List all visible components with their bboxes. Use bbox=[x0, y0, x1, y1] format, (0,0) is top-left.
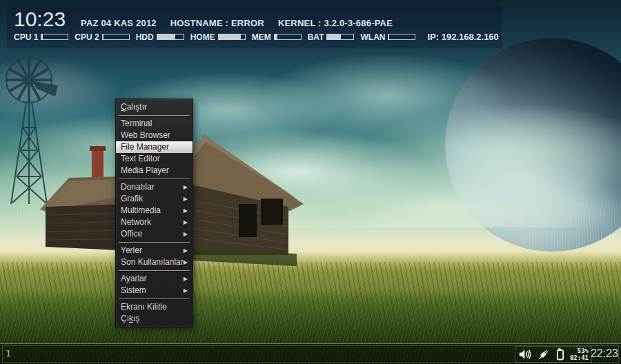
menu-item-calistir[interactable]: Çalıştır bbox=[116, 101, 193, 113]
menu-separator bbox=[119, 115, 190, 116]
taskbar-clock: 22:23 bbox=[591, 347, 618, 360]
menu-item-grafik[interactable]: Grafik▶ bbox=[116, 193, 193, 205]
battery-time: 02:41 bbox=[570, 354, 589, 361]
panel-clock: 10:23 bbox=[14, 9, 66, 30]
menu-item-label: Çıkış bbox=[121, 313, 139, 325]
meter-home: HOME bbox=[190, 32, 246, 42]
chevron-right-icon: ▶ bbox=[184, 285, 188, 296]
menu-item-label: Sistem bbox=[121, 285, 146, 296]
battery-icon[interactable] bbox=[554, 347, 566, 362]
menu-item-donatilar[interactable]: Donatılar▶ bbox=[116, 181, 193, 193]
meter-label: CPU 1 bbox=[14, 32, 38, 42]
menu-separator bbox=[119, 179, 190, 179]
meter-bar bbox=[218, 34, 246, 40]
meter-bat: BAT bbox=[308, 32, 355, 42]
meter-cpu-2: CPU 2 bbox=[75, 32, 129, 42]
meter-bar bbox=[388, 34, 415, 40]
menu-item-label: Network bbox=[121, 216, 151, 228]
menu-separator bbox=[119, 242, 190, 243]
menu-item-cikis[interactable]: Çıkış bbox=[116, 313, 193, 325]
menu-item-media-player[interactable]: Media Player bbox=[116, 165, 193, 176]
menu-item-office[interactable]: Office▶ bbox=[116, 228, 193, 240]
menu-item-label: Text Editor bbox=[121, 153, 160, 165]
meter-bar bbox=[102, 34, 130, 40]
conky-panel: 10:23 PAZ 04 KAS 2012 HOSTNAME : ERROR K… bbox=[7, 6, 502, 48]
menu-item-label: Son Kullanılanlar bbox=[121, 256, 184, 268]
volume-icon[interactable] bbox=[518, 347, 533, 361]
menu-item-file-manager[interactable]: File Manager bbox=[116, 141, 193, 153]
menu-item-label: Çalıştır bbox=[121, 101, 147, 113]
chevron-right-icon: ▶ bbox=[184, 273, 188, 285]
meter-label: BAT bbox=[308, 32, 324, 42]
system-tray: 53% 02:41 bbox=[515, 346, 592, 363]
battery-status: 53% 02:41 bbox=[570, 347, 589, 361]
menu-item-sistem[interactable]: Sistem▶ bbox=[116, 285, 193, 296]
menu-item-terminal[interactable]: Terminal bbox=[116, 118, 193, 130]
menu-item-label: Web Browser bbox=[121, 130, 170, 141]
menu-item-label: Donatılar bbox=[121, 181, 155, 193]
panel-kernel: KERNEL : 3.2.0-3-686-PAE bbox=[278, 18, 393, 28]
meter-label: CPU 2 bbox=[75, 32, 99, 42]
meters-row: CPU 1CPU 2HDDHOMEMEMBATWLANIP: 192.168.2… bbox=[14, 32, 495, 42]
desktop: 10:23 PAZ 04 KAS 2012 HOSTNAME : ERROR K… bbox=[0, 0, 621, 364]
menu-item-yerler[interactable]: Yerler▶ bbox=[116, 245, 193, 256]
meter-mem: MEM bbox=[252, 32, 302, 42]
taskbar: 1 bbox=[0, 343, 621, 364]
meter-label: HOME bbox=[190, 32, 215, 42]
menu-item-label: Grafik bbox=[121, 193, 143, 205]
menu-item-label: Ayarlar bbox=[121, 273, 147, 285]
menu-item-multimedia[interactable]: Multimedia▶ bbox=[116, 205, 193, 216]
meter-bar bbox=[274, 34, 302, 40]
meter-label: HDD bbox=[136, 32, 154, 42]
panel-ip: IP: 192.168.2.160 bbox=[427, 32, 498, 42]
vignette bbox=[0, 0, 621, 364]
meter-bar bbox=[326, 34, 354, 40]
menu-separator bbox=[119, 270, 190, 271]
meter-label: WLAN bbox=[360, 32, 385, 42]
meter-wlan: WLAN bbox=[360, 32, 415, 42]
workspace-indicator[interactable]: 1 bbox=[6, 348, 11, 358]
menu-item-label: Office bbox=[121, 228, 142, 240]
meter-bar bbox=[41, 34, 68, 40]
menu-item-label: Yerler bbox=[121, 245, 142, 256]
chevron-right-icon: ▶ bbox=[184, 245, 188, 256]
meter-bar bbox=[157, 34, 184, 40]
menu-separator bbox=[119, 299, 190, 299]
panel-date: PAZ 04 KAS 2012 bbox=[81, 18, 157, 28]
meter-cpu-1: CPU 1 bbox=[14, 32, 68, 42]
menu-item-text-editor[interactable]: Text Editor bbox=[116, 153, 193, 165]
meter-hdd: HDD bbox=[136, 32, 184, 42]
menu-item-web-browser[interactable]: Web Browser bbox=[116, 130, 193, 141]
menu-item-ayarlar[interactable]: Ayarlar▶ bbox=[116, 273, 193, 285]
menu-item-label: Ekranı Kilitle bbox=[121, 301, 167, 313]
chevron-right-icon: ▶ bbox=[184, 228, 188, 240]
meter-label: MEM bbox=[252, 32, 271, 42]
power-plug-icon[interactable] bbox=[537, 347, 551, 361]
menu-item-label: File Manager bbox=[121, 141, 169, 153]
menu-item-son-kullanilanlar[interactable]: Son Kullanılanlar▶ bbox=[116, 256, 193, 268]
menu-item-ekrani-kilitle[interactable]: Ekranı Kilitle bbox=[116, 301, 193, 313]
panel-hostname: HOSTNAME : ERROR bbox=[170, 18, 264, 28]
chevron-right-icon: ▶ bbox=[184, 216, 188, 228]
chevron-right-icon: ▶ bbox=[184, 205, 188, 216]
chevron-right-icon: ▶ bbox=[184, 181, 188, 193]
chevron-right-icon: ▶ bbox=[184, 193, 188, 205]
menu-item-network[interactable]: Network▶ bbox=[116, 216, 193, 228]
chevron-right-icon: ▶ bbox=[184, 256, 188, 268]
root-menu: ÇalıştırTerminalWeb BrowserFile ManagerT… bbox=[115, 99, 193, 327]
battery-percent: 53% bbox=[578, 347, 589, 354]
menu-item-label: Multimedia bbox=[121, 205, 161, 216]
menu-item-label: Terminal bbox=[121, 118, 152, 130]
menu-item-label: Media Player bbox=[121, 165, 169, 176]
